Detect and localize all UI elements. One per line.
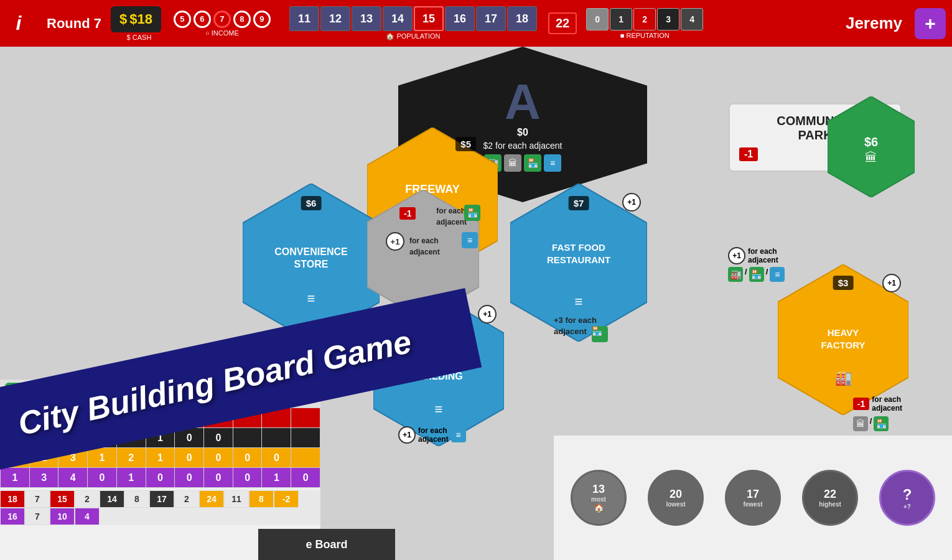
svg-text:FAST FOOD: FAST FOOD [552, 242, 605, 253]
population-boxes: 11 12 13 14 15 16 17 18 [289, 6, 537, 31]
stat-highest-num: 22 [824, 488, 836, 501]
stat-highest-label: highest [819, 501, 841, 508]
office-plus-one: +1 [478, 305, 497, 324]
population-group: 11 12 13 14 15 16 17 18 🏠 POPULATION [289, 6, 537, 40]
pop-18: 18 [507, 6, 537, 31]
summary-4: 4 [75, 508, 100, 525]
reputation-group: 0 1 2 3 4 ■ REPUTATION [586, 8, 703, 39]
svg-text:$6: $6 [864, 135, 878, 149]
community-park-minus-one: -1 [739, 147, 758, 161]
fast-food-adjacent: +3 for eachadjacent 🏪 [554, 314, 608, 342]
stat-most-label: most [591, 496, 606, 503]
icon-store: 🏪 [524, 154, 541, 172]
game-area: A $0 $2 for each adjacent 🏭 🏛 🏪 ≡ FREEWA… [0, 47, 952, 560]
summary-neg2: -2 [274, 490, 299, 508]
heavy-factory-cost: $3 [833, 276, 854, 290]
fast-food-cost: $7 [569, 196, 589, 210]
rep-2: 2 [633, 8, 656, 30]
freeway-cost: $5 [455, 137, 476, 151]
special-pop-value: 22 [556, 16, 569, 30]
player-name: Jeremy [846, 14, 902, 33]
cash-box: $ $18 [111, 6, 161, 32]
icon-lines: ≡ [544, 154, 561, 172]
svg-text:CONVENIENCE: CONVENIENCE [274, 246, 348, 257]
income-9: 9 [253, 11, 271, 28]
neg-one-badge: -1 [399, 207, 416, 220]
summary-8b: 8 [249, 490, 274, 508]
heavy-factory-adjacent: -1 for eachadjacent 🏛 / 🏪 [853, 395, 902, 431]
pop-12: 12 [320, 6, 350, 31]
rep-label: ■ REPUTATION [620, 32, 670, 39]
income-circles: 5 6 7 8 9 [174, 11, 271, 28]
stat-fewest-num: 17 [747, 488, 759, 501]
summary-17: 17 [149, 490, 174, 508]
summary-7b: 7 [25, 508, 50, 525]
stat-most-num: 13 [592, 483, 605, 496]
rep-1: 1 [610, 8, 632, 30]
office-adjacent-1: +1 for eachadjacent ≡ [398, 426, 466, 444]
svg-text:🏛: 🏛 [865, 151, 877, 164]
stat-lowest-label: lowest [666, 501, 685, 508]
stat-question[interactable]: ? +? [879, 470, 935, 526]
summary-10: 10 [50, 508, 75, 525]
fast-food-icon: ≡ [575, 294, 583, 310]
pop-11: 11 [289, 6, 319, 31]
heavy-factory-plus-one: +1 [882, 274, 901, 292]
income-label: ○ INCOME [205, 29, 239, 37]
add-button[interactable]: + [915, 8, 946, 39]
cash-group: $ $18 $ CASH [111, 6, 167, 41]
office-icon: ≡ [435, 401, 443, 418]
summary-2a: 2 [75, 490, 100, 508]
stat-most-icon: 🏠 [594, 503, 604, 513]
pop-17: 17 [476, 6, 506, 31]
adjacent-icon-1: 🏪 [464, 205, 480, 221]
stat-lowest-num: 20 [670, 488, 682, 501]
icon-bank: 🏛 [504, 154, 521, 172]
summary-8: 8 [124, 490, 149, 508]
info-icon: i [16, 12, 22, 35]
pop-16: 16 [445, 6, 475, 31]
plus-one-circle-a: +1 [386, 232, 404, 251]
convenience-store-icon: ≡ [307, 291, 315, 307]
rep-boxes: 0 1 2 3 4 [586, 8, 703, 30]
view-board-button[interactable]: e Board [258, 529, 395, 560]
community-park-area: COMMUNITYPARK -1 $6 🏛 +1 for eachadjacen… [728, 103, 902, 282]
stat-question-symbol: ? [903, 486, 912, 503]
cash-label: $ CASH [127, 34, 152, 41]
summary-15: 15 [50, 490, 75, 508]
svg-text:FACTORY: FACTORY [821, 340, 866, 350]
for-each-adjacent-text-1: for eachadjacent [436, 205, 467, 227]
cash-dollar: $ [119, 11, 127, 27]
special-pop: 22 [548, 12, 577, 34]
center-cost: $0 [517, 127, 528, 138]
stat-fewest-label: fewest [743, 501, 762, 508]
stat-most: 13 most 🏠 [571, 470, 627, 526]
summary-11: 11 [224, 490, 249, 508]
adjacent-icon-2: ≡ [462, 232, 478, 248]
summary-row: 18 7 15 2 14 8 17 2 24 11 8 -2 16 7 10 4 [0, 490, 320, 525]
income-6: 6 [194, 11, 211, 28]
stat-lowest: 20 lowest [648, 470, 704, 526]
summary-2b: 2 [174, 490, 199, 508]
summary-14: 14 [100, 490, 124, 508]
view-board-label: e Board [306, 538, 347, 551]
summary-16: 16 [0, 508, 25, 525]
income-5: 5 [174, 11, 191, 28]
pop-14: 14 [383, 6, 413, 31]
pop-13: 13 [352, 6, 381, 31]
pop-15: 15 [414, 6, 444, 31]
income-7: 7 [213, 11, 231, 28]
svg-text:RESTAURANT: RESTAURANT [547, 254, 610, 265]
a-letter: A [505, 77, 541, 127]
convenience-store-cost: $6 [301, 196, 322, 210]
summary-18: 18 [0, 490, 25, 508]
round-label: Round 7 [47, 16, 101, 32]
for-each-adjacent-text-2: for eachadjacent [409, 235, 440, 257]
summary-7: 7 [25, 490, 50, 508]
summary-24: 24 [199, 490, 224, 508]
fast-food-plus-one: +1 [622, 193, 641, 212]
income-8: 8 [233, 11, 251, 28]
heavy-factory-icon: 🏭 [835, 370, 852, 386]
info-button[interactable]: i [0, 0, 37, 47]
community-park-hex: $6 🏛 [828, 96, 915, 200]
